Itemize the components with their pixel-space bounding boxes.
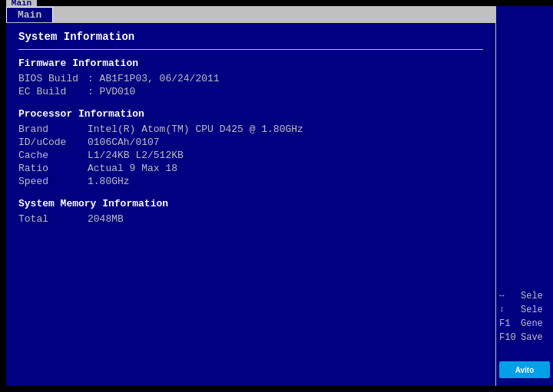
processor-value-cache: L1/24KB L2/512KB (88, 150, 184, 161)
key-item-0: ↔ Sele (499, 291, 550, 301)
firmware-label-1: EC Build (18, 86, 88, 97)
firmware-value-1: : PVD010 (88, 86, 135, 97)
processor-row-4: Speed 1.80GHz (18, 176, 483, 187)
processor-label-id: ID/uCode (18, 137, 88, 148)
key-desc-3: Save (521, 332, 543, 343)
memory-value-total: 2048MB (88, 213, 124, 225)
firmware-row-0: BIOS Build : AB1F1P03, 06/24/2011 (18, 73, 483, 84)
key-code-3: F10 (499, 332, 521, 343)
processor-row-1: ID/uCode 0106CAh/0107 (18, 137, 483, 148)
key-item-3: F10 Save (499, 332, 550, 343)
key-item-1: ↕ Sele (499, 305, 550, 315)
tab-main-partial[interactable]: Main (6, 0, 37, 6)
key-desc-1: Sele (521, 305, 543, 315)
firmware-title: Firmware Information (18, 58, 483, 69)
tab-main-text: Main (18, 9, 41, 21)
processor-label-brand: Brand (18, 124, 88, 135)
memory-label-total: Total (18, 213, 88, 225)
avito-badge: Avito (499, 361, 550, 378)
key-code-2: F1 (499, 318, 521, 329)
firmware-value-0: : AB1F1P03, 06/24/2011 (88, 73, 220, 84)
memory-section: System Memory Information Total 2048MB (18, 198, 483, 225)
key-item-2: F1 Gene (499, 318, 550, 329)
processor-row-2: Cache L1/24KB L2/512KB (18, 150, 483, 161)
firmware-row-1: EC Build : PVD010 (18, 86, 483, 97)
right-panel: ↔ Sele ↕ Sele F1 Gene F10 Save Avito (495, 6, 553, 386)
bios-content: System Information Firmware Information … (6, 23, 495, 243)
tab-main[interactable]: Main (6, 7, 53, 22)
firmware-label-0: BIOS Build (18, 73, 88, 84)
processor-label-ratio: Ratio (18, 163, 88, 174)
key-desc-0: Sele (521, 291, 543, 301)
key-desc-2: Gene (521, 318, 543, 329)
processor-label-speed: Speed (18, 176, 88, 187)
processor-label-cache: Cache (18, 150, 88, 161)
processor-title: Processor Information (18, 108, 483, 120)
key-code-0: ↔ (499, 291, 521, 300)
page-title: System Information (18, 31, 483, 43)
key-code-1: ↕ (499, 305, 521, 314)
processor-section: Processor Information Brand Intel(R) Ato… (18, 108, 483, 187)
processor-value-ratio: Actual 9 Max 18 (88, 163, 177, 174)
tab-bar: Main (6, 6, 495, 23)
processor-value-speed: 1.80GHz (88, 176, 130, 187)
memory-row-0: Total 2048MB (18, 213, 483, 225)
firmware-section: Firmware Information BIOS Build : AB1F1P… (18, 58, 483, 97)
avito-label: Avito (515, 366, 535, 374)
memory-title: System Memory Information (18, 198, 483, 209)
processor-value-id: 0106CAh/0107 (88, 137, 160, 148)
processor-row-0: Brand Intel(R) Atom(TM) CPU D425 @ 1.80G… (18, 124, 483, 135)
bios-screen: Main System Information Firmware Informa… (6, 6, 495, 386)
screen-container: Main Main System Information Firmware In… (0, 0, 553, 392)
processor-value-brand: Intel(R) Atom(TM) CPU D425 @ 1.80GHz (88, 124, 303, 135)
processor-row-3: Ratio Actual 9 Max 18 (18, 163, 483, 174)
section-divider-top (18, 49, 483, 50)
